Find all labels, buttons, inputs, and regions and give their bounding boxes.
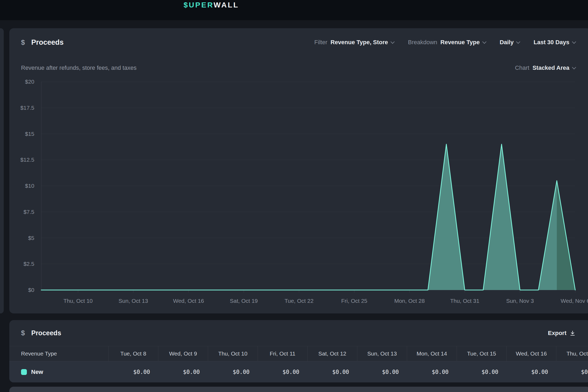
column-header-date: Fri, Oct 11 (258, 346, 307, 361)
column-header-date: Tue, Oct 15 (457, 346, 506, 361)
series-swatch (21, 369, 27, 375)
column-header-date: Mon, Oct 14 (407, 346, 457, 361)
dollar-icon: $ (21, 329, 25, 337)
granularity-dropdown[interactable]: Daily (500, 39, 520, 46)
chevron-down-icon (391, 39, 395, 44)
svg-text:$17.5: $17.5 (20, 105, 34, 111)
top-navigation-bar: $UPERWALL (0, 0, 588, 20)
chart-subtitle-row: Revenue after refunds, store fees, and t… (21, 64, 575, 71)
export-label: Export (548, 330, 566, 337)
table-card-header: $ Proceeds Export (9, 320, 588, 346)
date-range-dropdown[interactable]: Last 30 Days (533, 39, 575, 46)
logo-accent: $UPER (184, 1, 214, 9)
svg-text:Sun, Nov 3: Sun, Nov 3 (506, 298, 534, 304)
download-icon (570, 330, 575, 336)
column-header-date: Wed, Oct 16 (506, 346, 556, 361)
chart-type-label: Chart (515, 64, 529, 71)
proceeds-table-card: $ Proceeds Export Revenue Type Tue, Oct … (9, 320, 588, 382)
table-cell-value: $0.00 (556, 361, 588, 382)
breakdown-label: Breakdown (408, 39, 437, 46)
row-label-cell: New (9, 361, 108, 382)
svg-text:Thu, Oct 10: Thu, Oct 10 (64, 298, 93, 304)
table-cell-value: $0.00 (258, 361, 307, 382)
svg-text:$10: $10 (25, 183, 34, 189)
chart-subtitle: Revenue after refunds, store fees, and t… (21, 64, 136, 71)
granularity-value: Daily (500, 39, 514, 46)
dollar-icon: $ (21, 38, 25, 47)
chevron-down-icon (572, 65, 576, 69)
left-panel-edge (0, 28, 4, 313)
table-cell-value: $0.00 (506, 361, 556, 382)
column-header-date: Tue, Oct 8 (108, 346, 158, 361)
table-cell-value: $0.00 (108, 361, 158, 382)
table-cell-value: $0.00 (457, 361, 506, 382)
series-label: New (31, 369, 43, 375)
svg-text:Wed, Nov 6: Wed, Nov 6 (561, 298, 588, 304)
svg-text:$2.5: $2.5 (23, 261, 34, 267)
table-card-title: Proceeds (31, 329, 61, 337)
table-cell-value: $0.00 (407, 361, 457, 382)
chart-controls: Filter Revenue Type, Store Breakdown Rev… (314, 38, 575, 47)
svg-text:$5: $5 (28, 235, 34, 241)
svg-text:$0: $0 (28, 287, 34, 293)
column-header-date: Sat, Oct 12 (307, 346, 357, 361)
date-range-value: Last 30 Days (533, 39, 569, 46)
chart-canvas: $20$17.5$15$12.5$10$7.5$5$2.5$0Thu, Oct … (9, 79, 588, 320)
column-header-date: Thu, Oct 10 (208, 346, 258, 361)
table-cell-value: $0.00 (307, 361, 357, 382)
logo-rest: WALL (214, 1, 239, 9)
svg-text:$7.5: $7.5 (23, 209, 34, 215)
svg-text:$20: $20 (25, 79, 34, 85)
chevron-down-icon (572, 39, 576, 44)
table-header-row: Revenue Type Tue, Oct 8Wed, Oct 9Thu, Oc… (9, 346, 588, 361)
superwall-logo[interactable]: $UPERWALL (184, 1, 239, 10)
stacked-area-chart: $20$17.5$15$12.5$10$7.5$5$2.5$0Thu, Oct … (9, 79, 588, 320)
svg-text:Thu, Oct 31: Thu, Oct 31 (450, 298, 479, 304)
svg-text:Sat, Oct 19: Sat, Oct 19 (230, 298, 258, 304)
breakdown-value: Revenue Type (440, 39, 480, 46)
filter-label: Filter (314, 39, 327, 46)
breakdown-dropdown[interactable]: Breakdown Revenue Type (408, 39, 486, 46)
svg-text:Sun, Oct 13: Sun, Oct 13 (119, 298, 148, 304)
chart-card-header: $ Proceeds (21, 38, 64, 47)
chevron-down-icon (482, 39, 487, 44)
svg-text:$15: $15 (25, 131, 34, 137)
column-header-date: Sun, Oct 13 (357, 346, 407, 361)
svg-text:$12.5: $12.5 (20, 157, 34, 163)
svg-text:Wed, Oct 16: Wed, Oct 16 (173, 298, 204, 304)
column-header-revenue-type: Revenue Type (9, 346, 108, 361)
svg-text:Mon, Oct 28: Mon, Oct 28 (394, 298, 425, 304)
chevron-down-icon (516, 39, 520, 44)
table-cell-value: $0.00 (208, 361, 258, 382)
chart-type-value: Stacked Area (532, 64, 569, 71)
chart-card-title: Proceeds (31, 38, 64, 47)
filter-dropdown[interactable]: Filter Revenue Type, Store (314, 39, 394, 46)
svg-text:Tue, Oct 22: Tue, Oct 22 (284, 298, 313, 304)
cutoff-panel-below (9, 387, 588, 392)
column-header-date: Wed, Oct 9 (158, 346, 208, 361)
export-button[interactable]: Export (548, 330, 575, 337)
table-cell-value: $0.00 (357, 361, 407, 382)
column-header-date: Thu, Oct 17 (556, 346, 588, 361)
superwall-dashboard: $UPERWALL $ Proceeds Filter Revenue Type… (0, 0, 588, 392)
table-row-new: New $0.00$0.00$0.00$0.00$0.00$0.00$0.00$… (9, 361, 588, 382)
table-cell-value: $0.00 (158, 361, 208, 382)
svg-text:Fri, Oct 25: Fri, Oct 25 (341, 298, 367, 304)
chart-type-dropdown[interactable]: Chart Stacked Area (515, 64, 575, 71)
filter-value: Revenue Type, Store (330, 39, 388, 46)
